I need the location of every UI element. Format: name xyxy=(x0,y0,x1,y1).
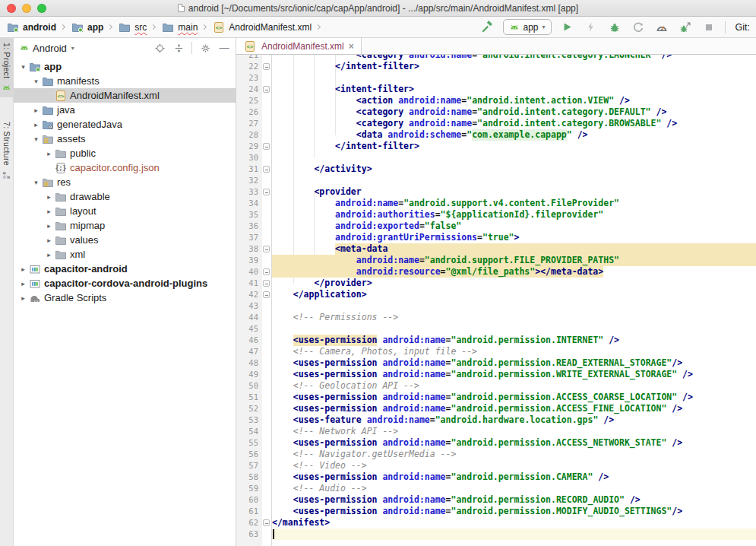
code-line-49[interactable]: <uses-permission android:name="android.p… xyxy=(272,369,756,380)
tree-toggle-icon[interactable]: ▾ xyxy=(31,179,41,186)
code-line-54[interactable]: <!-- Network API --> xyxy=(272,426,756,437)
code-line-38[interactable]: <meta-data xyxy=(272,243,756,255)
code-line-30[interactable] xyxy=(272,152,756,163)
code-line-61[interactable]: <uses-permission android:name="android.p… xyxy=(272,506,756,517)
code-line-46[interactable]: <uses-permission android:name="android.p… xyxy=(272,335,756,346)
code-line-63[interactable] xyxy=(272,529,756,540)
crumb-main[interactable]: main xyxy=(161,21,198,33)
tree-toggle-icon[interactable]: ▾ xyxy=(31,135,41,143)
gear-icon[interactable] xyxy=(199,42,211,54)
fold-marker-icon[interactable] xyxy=(263,166,270,173)
code-line-59[interactable]: <!-- Audio --> xyxy=(272,483,756,494)
code-line-33[interactable]: <provider xyxy=(272,186,756,198)
tree-toggle-icon[interactable]: ▾ xyxy=(18,63,28,71)
code-line-42[interactable]: </application> xyxy=(272,289,756,300)
tree-item-androidmanifest-xml[interactable]: <>AndroidManifest.xml xyxy=(14,88,236,103)
crumb-android[interactable]: android xyxy=(6,21,56,33)
tree-toggle-icon[interactable]: ▸ xyxy=(31,106,41,114)
tree-item-res[interactable]: ▾res xyxy=(14,175,236,189)
code-area[interactable]: <category android:name="android.intent.c… xyxy=(272,55,756,546)
fold-marker-icon[interactable] xyxy=(263,189,270,195)
tree-toggle-icon[interactable]: ▸ xyxy=(44,222,54,230)
code-line-45[interactable] xyxy=(272,323,756,335)
fold-marker-icon[interactable] xyxy=(263,143,270,150)
tool-window-button-1-project[interactable]: 1: Project xyxy=(0,38,14,97)
code-line-58[interactable]: <uses-permission android:name="android.p… xyxy=(272,471,756,483)
fold-marker-icon[interactable] xyxy=(263,519,270,526)
tool-window-button-7-structure[interactable]: 7: Structure xyxy=(0,117,14,185)
code-line-36[interactable]: android:exported="false" xyxy=(272,221,756,232)
tree-item-gradle-scripts[interactable]: ▸Gradle Scripts xyxy=(14,290,236,305)
code-line-52[interactable]: <uses-permission android:name="android.p… xyxy=(272,403,756,414)
tree-item-xml[interactable]: ▸xml xyxy=(14,247,236,262)
code-line-35[interactable]: android:authorities="${applicationId}.fi… xyxy=(272,209,756,221)
tree-item-capacitor-android[interactable]: ▸capacitor-android xyxy=(14,262,236,276)
tree-item-capacitor-cordova-android-plugins[interactable]: ▸capacitor-cordova-android-plugins xyxy=(14,276,236,290)
code-line-56[interactable]: <!-- Navigator.getUserMedia --> xyxy=(272,449,756,460)
code-line-55[interactable]: <uses-permission android:name="android.p… xyxy=(272,437,756,449)
tree-toggle-icon[interactable]: ▸ xyxy=(44,193,54,201)
code-line-21[interactable]: <category android:name="android.intent.c… xyxy=(272,55,756,61)
code-line-24[interactable]: <intent-filter> xyxy=(272,84,756,95)
tree-item-assets[interactable]: ▾assets xyxy=(14,132,236,146)
code-line-44[interactable]: <!-- Permissions --> xyxy=(272,312,756,323)
run-configuration-select[interactable]: app ▾ xyxy=(503,19,552,35)
code-line-47[interactable]: <!-- Camera, Photos, input file --> xyxy=(272,346,756,357)
code-line-32[interactable] xyxy=(272,175,756,186)
zoom-window-button[interactable] xyxy=(37,4,46,13)
tree-item-app[interactable]: ▾app xyxy=(14,59,236,74)
code-line-22[interactable]: </intent-filter> xyxy=(272,61,756,72)
close-tab-icon[interactable]: × xyxy=(349,42,354,51)
crumb-src[interactable]: src xyxy=(118,21,147,33)
code-line-28[interactable]: <data android:scheme="com.example.capapp… xyxy=(272,129,756,141)
code-line-27[interactable]: <category android:name="android.intent.c… xyxy=(272,118,756,129)
code-line-62[interactable]: </manifest> xyxy=(272,517,756,529)
stop-button[interactable] xyxy=(701,20,716,35)
locate-file-icon[interactable] xyxy=(153,42,166,54)
tree-toggle-icon[interactable]: ▸ xyxy=(18,280,28,287)
profiler-icon[interactable] xyxy=(654,20,669,35)
tree-item-layout[interactable]: ▸layout xyxy=(14,204,236,218)
tree-item-manifests[interactable]: ▾manifests xyxy=(14,74,236,88)
tree-item-values[interactable]: ▸values xyxy=(14,233,236,247)
code-line-51[interactable]: <uses-permission android:name="android.p… xyxy=(272,392,756,403)
code-line-57[interactable]: <!-- Video --> xyxy=(272,460,756,471)
tree-item-mipmap[interactable]: ▸mipmap xyxy=(14,218,236,233)
editor-body[interactable]: 2122232425262728293031323334353637383940… xyxy=(236,55,756,546)
coverage-icon[interactable] xyxy=(631,20,646,35)
editor-tab-androidmanifest[interactable]: <> AndroidManifest.xml × xyxy=(236,38,362,54)
code-line-50[interactable]: <!-- Geolocation API --> xyxy=(272,380,756,392)
tree-item-drawable[interactable]: ▸drawable xyxy=(14,189,236,204)
code-line-26[interactable]: <category android:name="android.intent.c… xyxy=(272,106,756,118)
fold-marker-icon[interactable] xyxy=(263,268,270,275)
minimize-window-button[interactable] xyxy=(22,4,31,13)
code-line-40[interactable]: android:resource="@xml/file_paths"></met… xyxy=(272,266,756,278)
tree-toggle-icon[interactable]: ▸ xyxy=(44,150,54,157)
hide-panel-icon[interactable]: — xyxy=(218,42,230,54)
tree-toggle-icon[interactable]: ▾ xyxy=(31,78,41,85)
fold-marker-icon[interactable] xyxy=(263,86,270,93)
code-line-53[interactable]: <uses-feature android:name="android.hard… xyxy=(272,414,756,426)
tree-toggle-icon[interactable]: ▸ xyxy=(31,121,41,129)
fold-marker-icon[interactable] xyxy=(263,246,270,252)
close-window-button[interactable] xyxy=(7,4,16,13)
code-line-29[interactable]: </intent-filter> xyxy=(272,141,756,152)
collapse-all-icon[interactable] xyxy=(172,42,185,54)
attach-debugger-icon[interactable] xyxy=(678,20,693,35)
code-line-60[interactable]: <uses-permission android:name="android.p… xyxy=(272,494,756,506)
code-line-39[interactable]: android:name="android.support.FILE_PROVI… xyxy=(272,255,756,266)
tree-item-java[interactable]: ▸java xyxy=(14,103,236,117)
code-line-43[interactable] xyxy=(272,300,756,312)
fold-marker-icon[interactable] xyxy=(263,291,270,298)
debug-button[interactable] xyxy=(607,20,622,35)
apply-changes-icon[interactable] xyxy=(584,20,599,35)
tree-toggle-icon[interactable]: ▸ xyxy=(44,251,54,259)
tree-toggle-icon[interactable]: ▸ xyxy=(18,265,28,273)
code-line-31[interactable]: </activity> xyxy=(272,163,756,175)
tree-item-public[interactable]: ▸public xyxy=(14,146,236,160)
code-line-37[interactable]: android:grantUriPermissions="true"> xyxy=(272,232,756,243)
build-hammer-icon[interactable] xyxy=(479,20,495,35)
code-line-41[interactable]: </provider> xyxy=(272,278,756,289)
tree-toggle-icon[interactable]: ▸ xyxy=(44,236,54,244)
tree-item-generatedjava[interactable]: ▸generatedJava xyxy=(14,117,236,132)
